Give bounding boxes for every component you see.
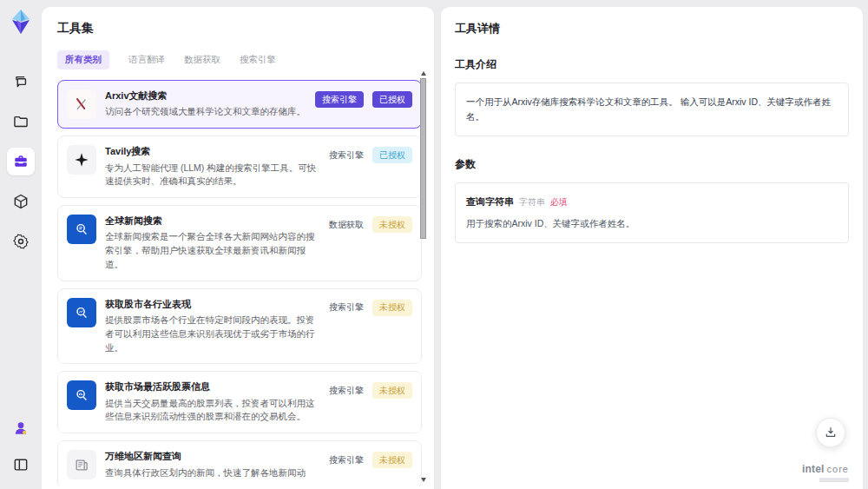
arxiv-icon (67, 89, 96, 119)
tool-card-meta: 搜索引擎 已授权 (329, 147, 412, 163)
param-box: 查询字符串 字符串 必填 用于搜索的Arxiv ID、关键字或作者姓名。 (455, 182, 849, 243)
param-type: 字符串 (519, 195, 545, 209)
category-label: 搜索引擎 (329, 149, 364, 162)
tool-card-arxiv[interactable]: Arxiv文献搜索 访问各个研究领域大量科学论文和文章的存储库。 搜索引擎 已授… (57, 80, 422, 129)
tool-list-panel: 工具集 所有类别 语言翻译 数据获取 搜索引擎 A (42, 7, 434, 489)
tab-data-fetch[interactable]: 数据获取 (184, 50, 220, 69)
tool-card-text: 获取市场最活跃股票信息 提供当天交易量最高的股票列表，投资者可以利用这些信息来识… (105, 380, 320, 424)
folder-icon[interactable] (7, 108, 35, 135)
collapse-panel-icon[interactable] (7, 451, 35, 479)
status-badge-unauthorized: 未授权 (372, 452, 412, 468)
rail-nav (7, 68, 35, 255)
news-search-icon (67, 215, 96, 244)
tool-name: Arxiv文献搜索 (105, 89, 306, 102)
status-badge-unauthorized: 未授权 (372, 300, 412, 316)
category-label: 搜索引擎 (329, 301, 364, 314)
tool-name: 万维地区新闻查询 (105, 450, 320, 463)
cube-icon[interactable] (7, 188, 35, 215)
tool-card-global-news[interactable]: 全球新闻搜索 全球新闻搜索是一个聚合全球各大新闻网站内容的搜索引擎，帮助用户快速… (57, 205, 422, 281)
app-logo-icon[interactable] (9, 9, 33, 35)
category-badge: 搜索引擎 (315, 91, 364, 108)
tool-card-meta: 搜索引擎 已授权 (315, 91, 412, 108)
tool-name: 获取市场最活跃股票信息 (105, 380, 320, 393)
tool-card-meta: 搜索引擎 未授权 (329, 452, 412, 468)
tool-desc: 专为人工智能代理 (LLM) 构建的搜索引擎工具。可快速提供实时、准确和真实的结… (105, 162, 320, 189)
tab-search-engine[interactable]: 搜索引擎 (240, 50, 276, 69)
active-stocks-icon (67, 380, 96, 410)
toolbox-icon-active[interactable] (7, 148, 35, 175)
tab-language-translation[interactable]: 语言翻译 (128, 50, 165, 69)
param-required-flag: 必填 (550, 195, 568, 209)
download-button[interactable] (816, 418, 845, 447)
intro-section-label: 工具介绍 (455, 57, 849, 72)
scroll-down-arrow[interactable] (421, 478, 426, 482)
tool-card-text: 全球新闻搜索 全球新闻搜索是一个聚合全球各大新闻网站内容的搜索引擎，帮助用户快速… (105, 215, 320, 272)
tool-list: Arxiv文献搜索 访问各个研究领域大量科学论文和文章的存储库。 搜索引擎 已授… (57, 80, 422, 486)
tool-card-meta: 搜索引擎 未授权 (329, 300, 412, 316)
download-icon (824, 426, 838, 439)
tool-desc: 查询具体行政区划内的新闻，快速了解各地新闻动 (105, 466, 320, 480)
tab-all-categories[interactable]: 所有类别 (57, 50, 109, 69)
main-content: 工具集 所有类别 语言翻译 数据获取 搜索引擎 A (42, 0, 868, 489)
regional-news-icon (67, 450, 96, 479)
tool-card-text: Tavily搜索 专为人工智能代理 (LLM) 构建的搜索引擎工具。可快速提供实… (105, 145, 320, 188)
tool-desc: 访问各个研究领域大量科学论文和文章的存储库。 (105, 105, 306, 119)
param-name: 查询字符串 (466, 195, 514, 210)
chat-icon[interactable] (7, 68, 35, 96)
scroll-up-arrow[interactable] (421, 71, 426, 76)
user-avatar-icon[interactable] (7, 414, 35, 442)
category-label: 搜索引擎 (329, 454, 364, 466)
tool-desc: 全球新闻搜索是一个聚合全球各大新闻网站内容的搜索引擎，帮助用户快速获取全球最新资… (105, 230, 320, 271)
left-rail (0, 0, 42, 489)
intro-box: 一个用于从Arxiv存储库搜索科学论文和文章的工具。 输入可以是Arxiv ID… (455, 83, 849, 136)
detail-title: 工具详情 (455, 21, 849, 36)
tool-card-active-stocks[interactable]: 获取市场最活跃股票信息 提供当天交易量最高的股票列表，投资者可以利用这些信息来识… (57, 371, 422, 433)
tool-card-text: Arxiv文献搜索 访问各个研究领域大量科学论文和文章的存储库。 (105, 89, 306, 119)
tool-card-sector-performance[interactable]: 获取股市各行业表现 提供股票市场各个行业在特定时间段内的表现。投资者可以利用这些… (57, 288, 422, 365)
intro-text: 一个用于从Arxiv存储库搜索科学论文和文章的工具。 输入可以是Arxiv ID… (466, 96, 831, 122)
param-desc: 用于搜索的Arxiv ID、关键字或作者姓名。 (466, 216, 838, 231)
tool-card-text: 获取股市各行业表现 提供股票市场各个行业在特定时间段内的表现。投资者可以利用这些… (105, 298, 320, 355)
tavily-icon (67, 145, 96, 175)
param-head: 查询字符串 字符串 必填 (466, 195, 838, 210)
category-tabs: 所有类别 语言翻译 数据获取 搜索引擎 (57, 50, 434, 69)
tool-desc: 提供当天交易量最高的股票列表，投资者可以利用这些信息来识别流动性强的股票和潜在的… (105, 397, 320, 425)
category-label: 数据获取 (329, 219, 364, 231)
list-scrollbar (419, 71, 427, 482)
intel-core-logo: intel core (802, 463, 849, 475)
tool-desc: 提供股票市场各个行业在特定时间段内的表现。投资者可以利用这些信息来识别表现优于或… (105, 314, 320, 354)
tool-name: 全球新闻搜索 (105, 215, 320, 228)
status-badge-authorized: 已授权 (372, 147, 412, 163)
tool-card-regional-news[interactable]: 万维地区新闻查询 查询具体行政区划内的新闻，快速了解各地新闻动 搜索引擎 未授权 (57, 440, 422, 486)
page-title: 工具集 (57, 21, 434, 36)
tool-name: 获取股市各行业表现 (105, 298, 320, 311)
category-label: 搜索引擎 (329, 385, 364, 397)
status-badge-unauthorized: 未授权 (372, 382, 412, 399)
tool-card-text: 万维地区新闻查询 查询具体行政区划内的新闻，快速了解各地新闻动 (105, 450, 320, 479)
app-window: 工具集 所有类别 语言翻译 数据获取 搜索引擎 A (0, 0, 868, 489)
tool-card-tavily[interactable]: Tavily搜索 专为人工智能代理 (LLM) 构建的搜索引擎工具。可快速提供实… (57, 135, 422, 198)
tool-card-meta: 搜索引擎 未授权 (329, 382, 412, 399)
params-section-label: 参数 (455, 157, 849, 172)
tool-name: Tavily搜索 (105, 145, 320, 158)
brand-bar (819, 478, 849, 482)
scrollbar-thumb[interactable] (420, 78, 426, 239)
rail-bottom (7, 414, 35, 489)
tool-card-meta: 数据获取 未授权 (329, 216, 412, 233)
stock-sector-icon (67, 298, 96, 327)
status-badge-authorized: 已授权 (372, 91, 412, 108)
tool-detail-panel: 工具详情 工具介绍 一个用于从Arxiv存储库搜索科学论文和文章的工具。 输入可… (441, 7, 863, 489)
status-badge-unauthorized: 未授权 (372, 216, 412, 233)
settings-gear-icon[interactable] (7, 228, 35, 255)
brand-core: core (827, 464, 849, 474)
brand-intel: intel (802, 463, 825, 475)
